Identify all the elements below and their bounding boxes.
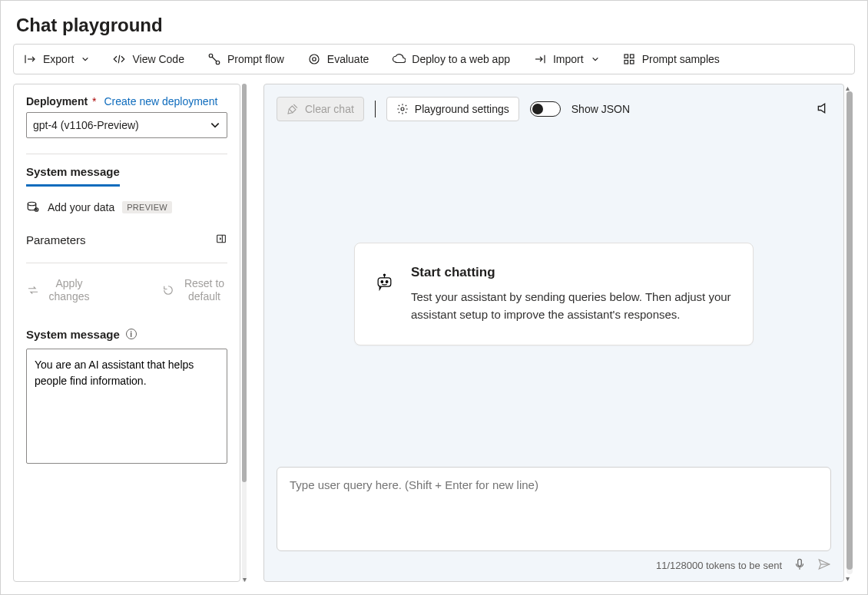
svg-point-2 [310, 55, 319, 64]
chevron-down-icon [591, 55, 599, 63]
main-toolbar: Export View Code Prompt flow Evaluate De… [13, 44, 855, 74]
show-json-toggle[interactable] [530, 101, 561, 117]
deployment-select-value: gpt-4 (v1106-Preview) [33, 119, 139, 131]
page-title: Chat playground [1, 1, 867, 44]
svg-rect-4 [624, 55, 628, 58]
left-scrollbar[interactable]: ▴ ▾ [240, 84, 248, 582]
svg-rect-16 [798, 559, 802, 566]
svg-point-8 [28, 202, 36, 206]
mic-icon [793, 557, 807, 571]
show-json-label: Show JSON [571, 103, 630, 115]
svg-point-14 [386, 280, 388, 283]
tab-system-message[interactable]: System message [26, 165, 120, 187]
clear-chat-button[interactable]: Clear chat [277, 97, 364, 121]
chevron-down-icon [81, 55, 89, 63]
svg-rect-6 [624, 61, 628, 64]
mic-button[interactable] [793, 557, 807, 574]
view-code-button[interactable]: View Code [111, 49, 185, 69]
prompt-flow-label: Prompt flow [227, 53, 284, 65]
preview-badge: PREVIEW [122, 201, 172, 213]
playground-settings-button[interactable]: Playground settings [386, 97, 519, 121]
svg-point-13 [381, 280, 383, 283]
divider [26, 263, 227, 263]
setup-panel: Deployment * Create new deployment gpt-4… [13, 84, 240, 582]
right-scrollbar[interactable]: ▴ ▾ [844, 84, 855, 582]
svg-rect-5 [630, 55, 634, 58]
create-deployment-link[interactable]: Create new deployment [104, 95, 217, 107]
svg-point-11 [401, 107, 404, 111]
gear-icon [396, 103, 409, 115]
prompt-samples-button[interactable]: Prompt samples [621, 49, 721, 69]
prompt-flow-button[interactable]: Prompt flow [206, 49, 286, 69]
scroll-up-icon: ▴ [846, 84, 853, 91]
export-label: Export [43, 53, 74, 65]
reset-default-button[interactable]: Reset to default [161, 277, 227, 303]
expand-panel-icon [215, 233, 227, 245]
apply-changes-button[interactable]: Apply changes [26, 277, 92, 303]
token-status: 11/128000 tokens to be sent [656, 560, 782, 571]
view-code-label: View Code [132, 53, 184, 65]
import-icon [533, 52, 547, 66]
prompt-samples-label: Prompt samples [642, 53, 720, 65]
code-icon [112, 52, 126, 66]
deploy-icon [392, 52, 406, 66]
undo-icon [161, 283, 175, 297]
playground-settings-label: Playground settings [415, 103, 509, 115]
prompt-flow-icon [207, 52, 221, 66]
divider [375, 101, 376, 117]
divider [26, 154, 227, 154]
deploy-label: Deploy to a web app [412, 53, 510, 65]
reset-default-label: Reset to default [181, 277, 227, 303]
export-icon [23, 52, 37, 66]
grid-icon [622, 52, 636, 66]
svg-rect-7 [630, 61, 634, 64]
system-message-label: System message [26, 328, 120, 341]
start-chat-card: Start chatting Test your assistant by se… [354, 243, 754, 346]
start-chat-title: Start chatting [411, 265, 733, 280]
deployment-label: Deployment * [26, 95, 96, 107]
parameters-label: Parameters [26, 233, 86, 246]
chevron-down-icon [210, 120, 220, 131]
add-your-data-row[interactable]: Add your data PREVIEW [26, 200, 227, 214]
speaker-icon [816, 101, 831, 116]
svg-point-15 [383, 274, 385, 276]
send-button[interactable] [817, 557, 831, 574]
send-icon [817, 557, 831, 571]
scroll-down-icon: ▾ [846, 574, 853, 582]
import-label: Import [553, 53, 584, 65]
start-chat-body: Test your assistant by sending queries b… [411, 288, 733, 324]
evaluate-button[interactable]: Evaluate [306, 49, 370, 69]
chat-panel: Clear chat Playground settings Show JSON [263, 84, 844, 582]
clear-chat-label: Clear chat [305, 103, 354, 115]
bot-icon [375, 265, 394, 300]
export-button[interactable]: Export [22, 49, 91, 69]
chat-input[interactable] [277, 467, 831, 551]
deploy-button[interactable]: Deploy to a web app [390, 49, 512, 69]
swap-icon [26, 283, 40, 297]
deployment-select[interactable]: gpt-4 (v1106-Preview) [26, 112, 227, 138]
parameters-expand[interactable] [215, 233, 227, 247]
info-icon[interactable]: i [126, 329, 137, 339]
scroll-down-icon: ▾ [240, 576, 248, 583]
add-your-data-label: Add your data [48, 201, 114, 213]
system-message-input[interactable] [26, 349, 227, 464]
broom-icon [287, 103, 299, 115]
evaluate-label: Evaluate [327, 53, 369, 65]
evaluate-icon [307, 52, 321, 66]
speaker-button[interactable] [816, 101, 831, 118]
apply-changes-label: Apply changes [46, 277, 92, 303]
import-button[interactable]: Import [532, 49, 601, 69]
data-icon [26, 200, 40, 214]
svg-point-3 [313, 58, 316, 61]
